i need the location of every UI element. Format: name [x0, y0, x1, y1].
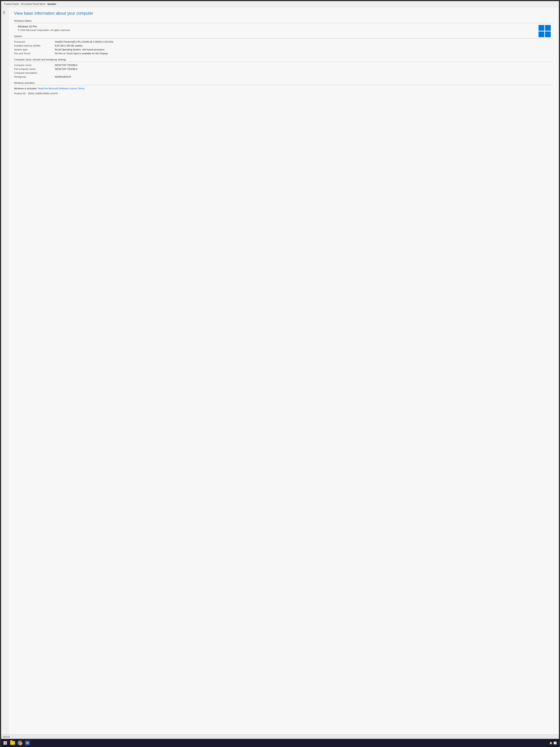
windows-edition-section: Windows edition Windows 10 Pro [14, 20, 553, 31]
chrome-button[interactable] [17, 740, 23, 746]
taskbar: W 🔔 ⬜ [1, 739, 559, 747]
ram-value: 8,00 GB (7,88 GB usable) [55, 44, 83, 47]
system-type-row: System type: 64-bit Operating System, x6… [14, 48, 553, 51]
ram-label: Installed memory (RAM): [14, 44, 55, 47]
system-type-value: 64-bit Operating System, x64-based proce… [55, 48, 105, 51]
system-type-label: System type: [14, 48, 55, 51]
start-cell-2 [5, 741, 7, 743]
computer-name-value: DESKTOP-TD3SBL5 [55, 64, 78, 67]
computer-name-table: Computer name: DESKTOP-TD3SBL5 Full comp… [14, 64, 553, 78]
computer-name-section: Computer name, domain and workgroup sett… [14, 58, 553, 78]
breadcrumb-control-panel[interactable]: Control Panel [4, 3, 19, 5]
word-button[interactable]: W [24, 740, 31, 746]
logo-cell-3 [538, 31, 544, 37]
start-icon [3, 741, 7, 745]
workgroup-value: WORKGROUP [55, 75, 71, 78]
windows-edition-header: Windows edition [14, 20, 553, 23]
system-info-table: Processor: Intel(R) Pentium(R) CPU G3260… [14, 41, 553, 55]
word-icon: W [25, 741, 30, 745]
notification-icon[interactable]: 🔔 [549, 742, 553, 744]
pen-touch-value: No Pen or Touch Input is available for t… [55, 52, 108, 55]
desktop-icon[interactable]: ⬜ [554, 742, 557, 744]
file-explorer-button[interactable] [9, 740, 16, 746]
breadcrumb-all-items[interactable]: All Control Panel Items [21, 3, 45, 5]
windows-logo [538, 25, 552, 38]
logo-cell-2 [545, 25, 551, 31]
breadcrumb-sep-1: › [20, 3, 20, 5]
activation-header: Windows activation [14, 81, 553, 85]
full-name-label: Full computer name: [14, 68, 55, 70]
pen-touch-row: Pen and Touch: No Pen or Touch Input is … [14, 52, 553, 55]
computer-name-header: Computer name, domain and workgroup sett… [14, 58, 553, 62]
processor-value: Intel(R) Pentium(R) CPU G3260 @ 3.30GHz … [55, 41, 113, 43]
workgroup-label: Workgroup: [14, 75, 55, 78]
system-header: System [14, 35, 553, 38]
full-name-row: Full computer name: DESKTOP-TD3SBL5 [14, 68, 553, 70]
sidebar-strip: ngs [1, 7, 8, 735]
start-button[interactable] [2, 740, 8, 746]
breadcrumb-current: System [47, 3, 56, 5]
main-content: View basic information about your comput… [8, 7, 559, 735]
file-explorer-icon [10, 741, 15, 745]
logo-cell-1 [538, 25, 544, 31]
activation-section: Windows activation Windows is activated … [14, 81, 553, 95]
full-name-value: DESKTOP-TD3SBL5 [55, 68, 78, 70]
activation-status-row: Windows is activated Read the Microsoft … [14, 87, 553, 91]
workgroup-row: Workgroup: WORKGROUP [14, 75, 553, 78]
activation-status: Windows is activated [14, 87, 36, 90]
breadcrumb: Control Panel › All Control Panel Items … [1, 1, 559, 7]
computer-name-row: Computer name: DESKTOP-TD3SBL5 [14, 64, 553, 67]
page-title: View basic information about your comput… [14, 11, 553, 16]
activation-link[interactable]: Read the Microsoft Software Licence Term… [38, 87, 84, 90]
start-cell-3 [3, 743, 5, 745]
chrome-icon [18, 741, 22, 745]
ram-row: Installed memory (RAM): 8,00 GB (7,88 GB… [14, 44, 553, 47]
copyright-text: © 2016 Microsoft Corporation. All rights… [14, 29, 553, 31]
computer-name-label: Computer name: [14, 64, 55, 67]
product-id-label: Product ID: [14, 92, 26, 95]
product-id-value: 00331-10000-00001-AA376 [28, 92, 58, 95]
processor-row: Processor: Intel(R) Pentium(R) CPU G3260… [14, 41, 553, 43]
start-cell-1 [3, 741, 5, 743]
description-label: Computer description: [14, 72, 55, 74]
sidebar-label: ngs [3, 11, 7, 14]
bottom-sidebar-label: enance [3, 736, 10, 738]
product-id-row: Product ID: 00331-10000-00001-AA376 [14, 92, 553, 95]
logo-cell-4 [545, 31, 551, 37]
product-id: Product ID: 00331-10000-00001-AA376 [14, 92, 58, 95]
start-cell-4 [5, 743, 7, 745]
edition-name: Windows 10 Pro [14, 25, 553, 28]
taskbar-right: 🔔 ⬜ [549, 742, 558, 744]
pen-touch-label: Pen and Touch: [14, 52, 55, 55]
description-row: Computer description: [14, 72, 553, 74]
system-section: System Processor: Intel(R) Pentium(R) CP… [14, 35, 553, 55]
breadcrumb-sep-2: › [46, 3, 47, 5]
processor-label: Processor: [14, 41, 55, 43]
